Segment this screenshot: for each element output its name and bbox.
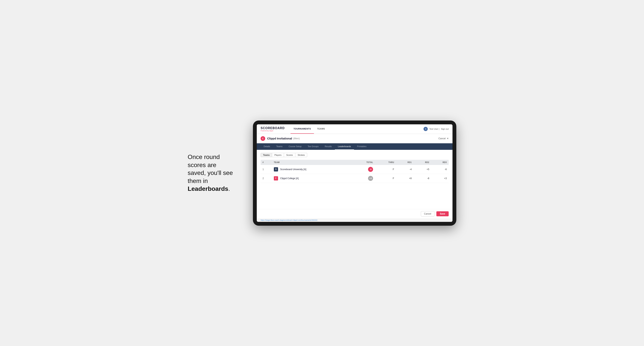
toggle-players[interactable]: Players bbox=[272, 153, 284, 157]
row-team-cell: C Clippd College [A] bbox=[272, 174, 352, 183]
col-thru: THRU bbox=[375, 160, 396, 165]
desc-period: . bbox=[228, 185, 230, 192]
col-rd1: RD1 bbox=[396, 160, 414, 165]
desc-line4: them in bbox=[188, 177, 208, 184]
user-name: Test User | bbox=[429, 128, 439, 130]
row-rd3: +3 bbox=[431, 174, 449, 183]
logo-brand: clippd bbox=[269, 130, 273, 132]
table-row: 2 C Clippd College [A] +3 F +8 -8 +3 bbox=[260, 174, 449, 183]
nav-links: TOURNAMENTS TEAMS bbox=[290, 124, 328, 134]
tablet-screen: SCOREBOARD Powered by clippd TOURNAMENTS… bbox=[257, 124, 452, 222]
table-row: 1 S Scoreboard University [A] -5 F -4 +5… bbox=[260, 165, 449, 174]
top-nav: SCOREBOARD Powered by clippd TOURNAMENTS… bbox=[257, 124, 452, 134]
col-team: TEAM bbox=[272, 160, 352, 165]
close-icon: ✕ bbox=[447, 137, 449, 140]
row-team-cell: S Scoreboard University [A] bbox=[272, 165, 352, 174]
footer-cancel-button[interactable]: Cancel bbox=[421, 211, 434, 216]
tab-details[interactable]: Details bbox=[260, 143, 273, 150]
desc-line3: saved, you'll see bbox=[188, 169, 233, 176]
tab-leaderboards[interactable]: Leaderboards bbox=[335, 143, 354, 150]
user-avatar: S bbox=[424, 127, 428, 131]
row-rd2: -8 bbox=[414, 174, 431, 183]
tab-course-setup[interactable]: Course Setup bbox=[286, 143, 304, 150]
tournament-logo: C bbox=[260, 136, 265, 141]
tablet-device: SCOREBOARD Powered by clippd TOURNAMENTS… bbox=[253, 121, 456, 226]
toggle-scores[interactable]: Scores bbox=[284, 153, 295, 157]
row-thru: F bbox=[375, 165, 396, 174]
nav-right: S Test User | Sign out bbox=[424, 127, 449, 131]
description-text: Once round scores are saved, you'll see … bbox=[188, 153, 242, 193]
leaderboard-table: # TEAM TOTAL THRU RD1 RD2 RD3 1 S Scoreb… bbox=[260, 160, 449, 183]
cancel-label: Cancel bbox=[438, 137, 446, 140]
content-spacer bbox=[257, 186, 452, 209]
col-rd2: RD2 bbox=[414, 160, 431, 165]
row-rd2: +5 bbox=[414, 165, 431, 174]
sign-out-button[interactable]: Sign out bbox=[441, 128, 449, 130]
row-rd3: -6 bbox=[431, 165, 449, 174]
logo-text: SCOREBOARD bbox=[260, 127, 285, 130]
nav-tournaments[interactable]: TOURNAMENTS bbox=[290, 124, 314, 134]
tab-printables[interactable]: Printables bbox=[354, 143, 370, 150]
footer-save-button[interactable]: Save bbox=[436, 211, 449, 216]
col-total: TOTAL bbox=[352, 160, 375, 165]
logo-sub: Powered by clippd bbox=[260, 130, 285, 132]
tournament-cancel-button[interactable]: Cancel ✕ bbox=[438, 137, 449, 140]
tab-teams[interactable]: Teams bbox=[273, 143, 286, 150]
tournament-title: Clippd Invitational bbox=[267, 137, 292, 140]
logo-sub-prefix: Powered by bbox=[260, 130, 269, 132]
row-total: +3 bbox=[352, 174, 375, 183]
tab-tee-groups[interactable]: Tee Groups bbox=[304, 143, 322, 150]
nav-teams[interactable]: TEAMS bbox=[314, 124, 328, 134]
row-thru: F bbox=[375, 174, 396, 183]
content-area: Teams Players Scores Strokes # TEAM TOTA… bbox=[257, 150, 452, 186]
row-rank: 1 bbox=[260, 165, 272, 174]
row-rd1: +8 bbox=[396, 174, 414, 183]
url-bar: https://stage-blue-coach.stagescoreboard… bbox=[257, 218, 452, 222]
sub-nav: Details Teams Course Setup Tee Groups Re… bbox=[257, 143, 452, 150]
col-rank: # bbox=[260, 160, 272, 165]
row-rd1: -4 bbox=[396, 165, 414, 174]
tab-results[interactable]: Results bbox=[322, 143, 335, 150]
view-toggle-group: Teams Players Scores Strokes bbox=[260, 153, 449, 157]
tournament-gender: (Men) bbox=[293, 137, 300, 140]
desc-line1: Once round bbox=[188, 154, 220, 160]
row-total: -5 bbox=[352, 165, 375, 174]
logo-area: SCOREBOARD Powered by clippd bbox=[260, 127, 285, 132]
desc-line5: Leaderboards bbox=[188, 185, 228, 192]
tournament-header: C Clippd Invitational (Men) Cancel ✕ bbox=[257, 134, 452, 143]
col-rd3: RD3 bbox=[431, 160, 449, 165]
desc-line2: scores are bbox=[188, 162, 216, 169]
row-rank: 2 bbox=[260, 174, 272, 183]
footer: Cancel Save bbox=[257, 209, 452, 218]
toggle-teams[interactable]: Teams bbox=[260, 153, 272, 157]
toggle-strokes[interactable]: Strokes bbox=[295, 153, 307, 157]
